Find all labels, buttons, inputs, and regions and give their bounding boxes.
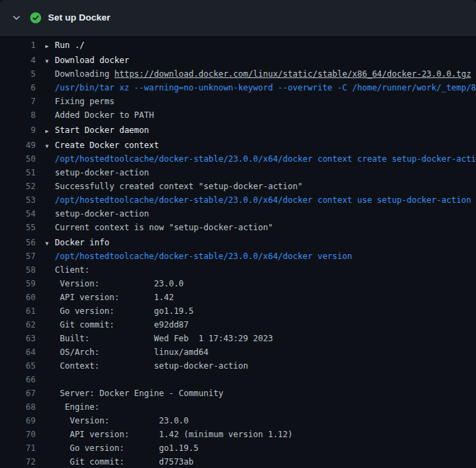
- line-content: Version: 23.0.0: [45, 414, 189, 428]
- line-content: ▼Download docker: [45, 53, 129, 67]
- line-number[interactable]: 58: [0, 263, 36, 277]
- line-content: ▼Docker info: [45, 236, 109, 249]
- line-number[interactable]: 6: [0, 81, 36, 95]
- line-number[interactable]: 53: [0, 193, 36, 207]
- line-number[interactable]: 71: [0, 441, 36, 455]
- line-number[interactable]: 5: [0, 67, 36, 81]
- line-content: Fixing perms: [45, 95, 115, 108]
- log-line: 59 Version: 23.0.0: [0, 277, 476, 291]
- line-content: Go version: go1.19.5: [45, 441, 199, 455]
- line-number[interactable]: 68: [0, 400, 36, 414]
- log-container[interactable]: 1▶Run ./4▼Download docker5Downloading ht…: [0, 36, 476, 468]
- log-line: 57/opt/hostedtoolcache/docker-stable/23.…: [0, 249, 476, 263]
- line-number[interactable]: 55: [0, 221, 36, 234]
- line-number[interactable]: 65: [0, 359, 36, 373]
- log-line: 68 Engine:: [0, 400, 476, 414]
- line-number[interactable]: 9: [0, 123, 36, 137]
- log-line: 8Added Docker to PATH: [0, 108, 476, 122]
- line-content: /opt/hostedtoolcache/docker-stable/23.0.…: [45, 193, 471, 207]
- log-line[interactable]: 9▶Start Docker daemon: [0, 123, 476, 137]
- group-collapsed-icon[interactable]: ▶: [45, 125, 55, 138]
- line-content: OS/Arch: linux/amd64: [45, 345, 209, 359]
- line-content: ▶Run ./: [45, 38, 84, 52]
- line-number[interactable]: 70: [0, 428, 36, 441]
- line-number[interactable]: 69: [0, 414, 36, 428]
- line-content: Built: Wed Feb 1 17:43:29 2023: [45, 332, 273, 345]
- line-number[interactable]: 63: [0, 332, 36, 345]
- line-content: Go version: go1.19.5: [45, 304, 193, 318]
- group-title: Create Docker context: [55, 140, 159, 150]
- line-number[interactable]: 54: [0, 207, 36, 221]
- check-circle-icon: [30, 12, 41, 23]
- line-number[interactable]: 62: [0, 318, 36, 332]
- line-number[interactable]: 50: [0, 152, 36, 166]
- line-content: Server: Docker Engine - Community: [45, 386, 224, 400]
- line-content: ▶Start Docker daemon: [45, 123, 149, 137]
- line-content: Git commit: e92dd87: [45, 318, 189, 332]
- log-line: 51setup-docker-action: [0, 166, 476, 180]
- log-line[interactable]: 4▼Download docker: [0, 53, 476, 67]
- line-number[interactable]: 51: [0, 166, 36, 180]
- line-number[interactable]: 66: [0, 373, 36, 386]
- log-line: 54setup-docker-action: [0, 207, 476, 221]
- line-content: API version: 1.42: [45, 291, 174, 304]
- line-content: Added Docker to PATH: [45, 108, 154, 122]
- chevron-down-icon[interactable]: [11, 12, 22, 23]
- line-content: Version: 23.0.0: [45, 277, 184, 291]
- line-content: API version: 1.42 (minimum version 1.12): [45, 428, 293, 441]
- log-line: 52Successfully created context "setup-do…: [0, 180, 476, 193]
- line-content: Engine:: [45, 400, 99, 414]
- group-collapsed-icon[interactable]: ▶: [45, 40, 55, 53]
- log-line: 6/usr/bin/tar xz --warning=no-unknown-ke…: [0, 81, 476, 95]
- line-number[interactable]: 8: [0, 108, 36, 122]
- line-content: setup-docker-action: [45, 166, 149, 180]
- log-line: 55Current context is now "setup-docker-a…: [0, 221, 476, 234]
- log-line: 71 Go version: go1.19.5: [0, 441, 476, 455]
- log-line: 5Downloading https://download.docker.com…: [0, 67, 476, 81]
- log-line: 72 Git commit: d7573ab: [0, 455, 476, 468]
- line-number[interactable]: 49: [0, 138, 36, 152]
- step-header[interactable]: Set up Docker: [0, 0, 476, 36]
- line-content: Git commit: d7573ab: [45, 455, 193, 468]
- log-line[interactable]: 49▼Create Docker context: [0, 138, 476, 152]
- line-number[interactable]: 60: [0, 291, 36, 304]
- line-number[interactable]: 56: [0, 236, 36, 249]
- line-content: Context: setup-docker-action: [45, 359, 248, 373]
- log-line: 58Client:: [0, 263, 476, 277]
- line-number[interactable]: 59: [0, 277, 36, 291]
- line-content: Successfully created context "setup-dock…: [45, 180, 302, 193]
- line-content: /usr/bin/tar xz --warning=no-unknown-key…: [45, 81, 476, 95]
- line-number[interactable]: 64: [0, 345, 36, 359]
- line-number[interactable]: 61: [0, 304, 36, 318]
- line-number[interactable]: 67: [0, 386, 36, 400]
- line-number[interactable]: 72: [0, 455, 36, 468]
- step-title: Set up Docker: [48, 12, 110, 23]
- line-number[interactable]: 52: [0, 180, 36, 193]
- line-number[interactable]: 7: [0, 95, 36, 108]
- log-line: 66: [0, 373, 476, 386]
- log-line[interactable]: 56▼Docker info: [0, 236, 476, 249]
- group-expanded-icon[interactable]: ▼: [45, 55, 55, 68]
- group-title: Start Docker daemon: [55, 125, 149, 135]
- line-content: Downloading https://download.docker.com/…: [45, 67, 471, 81]
- group-expanded-icon[interactable]: ▼: [45, 237, 55, 250]
- line-content: Current context is now "setup-docker-act…: [45, 221, 273, 234]
- group-title: Run ./: [55, 40, 84, 50]
- log-line: 61 Go version: go1.19.5: [0, 304, 476, 318]
- group-expanded-icon[interactable]: ▼: [45, 140, 55, 153]
- log-line[interactable]: 1▶Run ./: [0, 38, 476, 52]
- line-number[interactable]: 4: [0, 53, 36, 67]
- log-link[interactable]: https://download.docker.com/linux/static…: [115, 69, 471, 79]
- group-title: Docker info: [55, 238, 109, 247]
- log-line: 63 Built: Wed Feb 1 17:43:29 2023: [0, 332, 476, 345]
- log-line: 69 Version: 23.0.0: [0, 414, 476, 428]
- log-line: 64 OS/Arch: linux/amd64: [0, 345, 476, 359]
- group-title: Download docker: [55, 56, 129, 65]
- log-line: 7Fixing perms: [0, 95, 476, 108]
- line-number[interactable]: 1: [0, 38, 36, 52]
- line-content: setup-docker-action: [45, 207, 149, 221]
- line-content: [45, 373, 55, 386]
- line-content: /opt/hostedtoolcache/docker-stable/23.0.…: [45, 152, 476, 166]
- line-number[interactable]: 57: [0, 249, 36, 263]
- log-text: Downloading: [55, 69, 115, 79]
